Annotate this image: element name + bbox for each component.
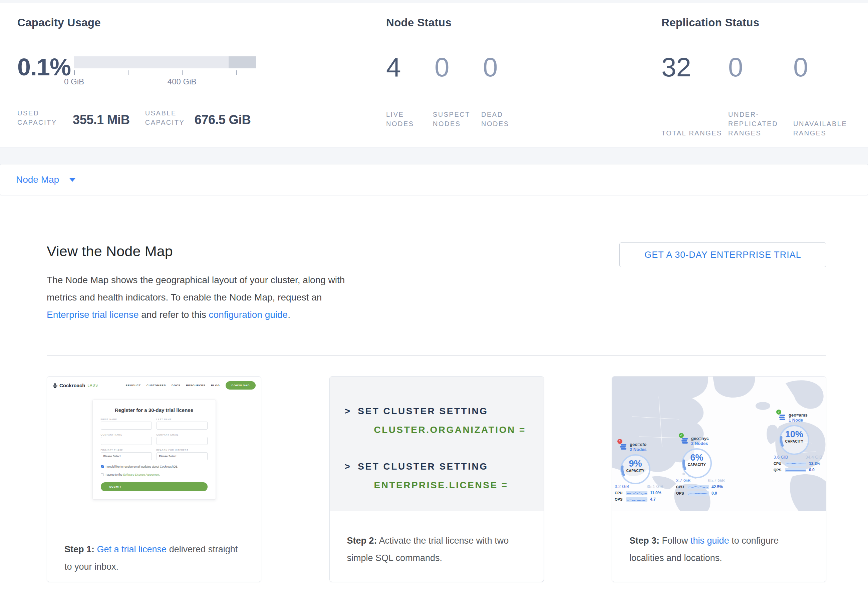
capacity-bar <box>74 56 256 68</box>
unavailable-ranges-label: UNAVAILABLE RANGES <box>793 119 848 138</box>
license-agreement-checkbox <box>101 473 104 476</box>
minisite-nav-blog: BLOG <box>211 384 220 387</box>
minisite-submit-button: SUBMIT <box>101 482 208 491</box>
minisite-download-button: DOWNLOAD <box>226 381 255 390</box>
minisite-header: Cockroach LABS PRODUCT CUSTOMERS DOCS RE… <box>52 381 255 390</box>
used-capacity-label: USED CAPACITY <box>17 108 67 127</box>
sql-prompt-2: > <box>345 461 351 472</box>
node-map-dropdown[interactable]: Node Map <box>0 164 868 196</box>
capacity-percent: 9% <box>619 453 651 469</box>
minisite-nav-product: PRODUCT <box>126 384 141 387</box>
capacity-gauge: 6% CAPACITY <box>681 447 713 475</box>
license-agreement-text: I agree to the Software License Agreemen… <box>106 473 161 476</box>
qps-label: QPS <box>774 468 785 472</box>
reason-interest-select: Please Select <box>156 452 208 460</box>
under-replicated-value: 0 <box>728 53 793 82</box>
capacity-gauge: 10% CAPACITY <box>778 424 810 451</box>
chevron-down-icon <box>69 178 76 182</box>
cpu-label: CPU <box>615 491 626 495</box>
live-nodes-label: LIVE NODES <box>386 110 433 128</box>
first-name-field <box>101 422 152 430</box>
database-icon <box>682 437 689 444</box>
registration-page-screenshot: Cockroach LABS PRODUCT CUSTOMERS DOCS RE… <box>47 377 261 520</box>
company-email-field <box>156 437 208 445</box>
company-name-label: COMPANY NAME <box>101 434 152 436</box>
dead-nodes-label: DEAD NODES <box>481 110 525 128</box>
sql-command-2: SET CLUSTER SETTING <box>358 461 488 472</box>
step3-caption: Step 3: Follow this guide to configure l… <box>612 511 826 567</box>
sql-commands-figure: >SET CLUSTER SETTING CLUSTER.ORGANIZATIO… <box>330 377 544 511</box>
page-title: View the Node Map <box>47 243 349 259</box>
map-node-sfo: 1 geo=sfo 2 Nodes 9% CAPACITY 3.2 GiB <box>615 442 672 502</box>
node-count: 2 Nodes <box>691 441 709 446</box>
capacity-bar-used-segment <box>229 56 256 68</box>
node-name: geo=ams <box>788 413 807 418</box>
first-name-label: FIRST NAME <box>101 418 152 421</box>
usable-capacity-value: 676.5 GiB <box>195 113 251 127</box>
database-icon <box>779 414 786 421</box>
tick-label-0: 0 GiB <box>64 77 84 86</box>
intro-block: View the Node Map The Node Map shows the… <box>47 243 349 324</box>
total-ranges-value: 32 <box>661 53 728 82</box>
cpu-sparkline <box>688 485 709 489</box>
unavailable-ranges-value: 0 <box>793 53 808 82</box>
description-part-3: . <box>288 309 290 320</box>
capacity-label: CAPACITY <box>778 440 810 443</box>
usable-capacity-label: USABLE CAPACITY <box>145 108 189 127</box>
node-count: 2 Nodes <box>630 447 647 452</box>
description-part-1: The Node Map shows the geographical layo… <box>47 275 345 303</box>
trial-form-title: Register for a 30-day trial license <box>101 407 208 413</box>
total-ranges-label: TOTAL RANGES <box>661 128 728 138</box>
configuration-guide-link[interactable]: configuration guide <box>209 309 288 320</box>
under-replicated-label: UNDER-REPLICATED RANGES <box>728 110 793 138</box>
qps-value: 0.0 <box>809 468 815 472</box>
node-map-dropdown-label[interactable]: Node Map <box>16 174 59 185</box>
trial-license-form: Register for a 30-day trial license FIRS… <box>93 400 216 500</box>
cpu-label: CPU <box>774 462 785 466</box>
capacity-label: CAPACITY <box>681 463 713 466</box>
node-status-panel: Node Status 4 0 0 LIVE NODES SUSPECT NOD… <box>386 16 661 147</box>
minisite-nav-resources: RESOURCES <box>186 384 205 387</box>
sql-prompt-1: > <box>345 406 351 416</box>
email-updates-text: I would like to receive email updates ab… <box>106 465 178 468</box>
replication-status-title: Replication Status <box>661 16 855 29</box>
description-text: The Node Map shows the geographical layo… <box>47 271 349 324</box>
capacity-percent: 10% <box>778 424 810 440</box>
alert-badge: 1 <box>617 439 622 444</box>
step3-card: 1 geo=sfo 2 Nodes 9% CAPACITY 3.2 GiB <box>612 376 826 582</box>
qps-value: 0.0 <box>712 491 717 496</box>
minisite-nav-docs: DOCS <box>171 384 180 387</box>
enterprise-trial-button[interactable]: GET A 30-DAY ENTERPRISE TRIAL <box>619 243 826 267</box>
database-icon <box>620 443 627 450</box>
used-capacity-value: 355.1 MiB <box>73 113 130 127</box>
section-divider <box>47 355 826 356</box>
step2-caption: Step 2: Activate the trial license with … <box>330 511 544 567</box>
node-map-placeholder-section: View the Node Map The Node Map shows the… <box>0 196 868 593</box>
enterprise-trial-license-link[interactable]: Enterprise trial license <box>47 309 139 320</box>
qps-sparkline <box>688 491 709 496</box>
get-trial-license-link[interactable]: Get a trial license <box>97 544 167 554</box>
dead-nodes-value: 0 <box>483 53 498 82</box>
cockroach-labs-logo: Cockroach LABS <box>52 383 98 388</box>
minisite-nav: PRODUCT CUSTOMERS DOCS RESOURCES BLOG DO… <box>126 381 255 390</box>
map-node-ams: ✓ geo=ams 1 Node 10% CAPACITY 3.6 GiB <box>774 413 826 472</box>
ok-badge: ✓ <box>679 433 684 438</box>
suspect-nodes-label: SUSPECT NODES <box>433 110 481 128</box>
qps-sparkline <box>626 497 647 502</box>
last-name-label: LAST NAME <box>156 418 208 421</box>
replication-status-panel: Replication Status 32 0 0 TOTAL RANGES U… <box>661 16 855 147</box>
email-updates-checkbox: ✓ <box>101 465 104 468</box>
project-phase-select: Please Select <box>101 452 152 460</box>
company-name-field <box>101 437 152 445</box>
top-strip <box>0 0 868 3</box>
spacer-band <box>0 147 868 164</box>
node-name: geo=sfo <box>630 442 647 447</box>
sql-arg-2: ENTERPRISE.LICENSE = <box>374 480 544 491</box>
description-part-2: and refer to this <box>139 309 208 320</box>
cluster-summary-panel: Capacity Usage 0.1% 0 GiB 400 GiB <box>0 3 868 147</box>
capacity-label: CAPACITY <box>619 469 651 472</box>
capacity-axis-labels: 0 GiB 400 GiB <box>74 77 256 87</box>
capacity-usage-title: Capacity Usage <box>17 16 386 29</box>
this-guide-link[interactable]: this guide <box>691 536 729 546</box>
node-count: 1 Node <box>788 418 807 422</box>
